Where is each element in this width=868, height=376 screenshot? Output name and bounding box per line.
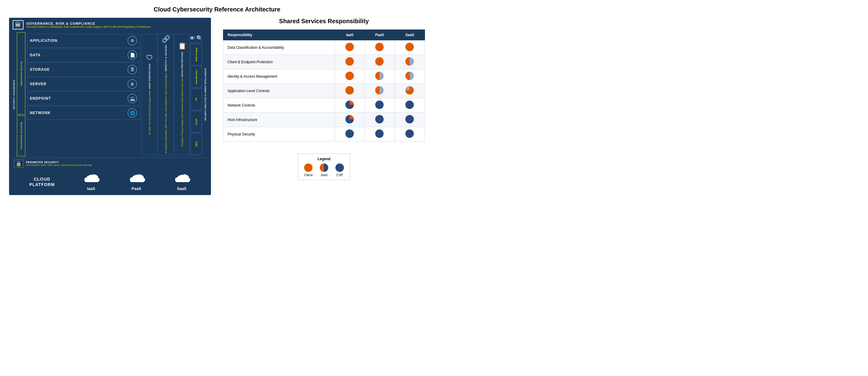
responsibility-cell: Data Classification & Accountability bbox=[223, 40, 335, 55]
paas-cell bbox=[364, 127, 395, 141]
paas-cell bbox=[364, 98, 395, 112]
soar-box: SOAR bbox=[190, 111, 202, 132]
side-labels: Application Security Vulnerability Scann… bbox=[17, 33, 25, 156]
col-responsibility: Responsibility bbox=[223, 30, 335, 40]
cloud-saas: SaaS bbox=[173, 173, 191, 191]
orange-circle bbox=[345, 86, 354, 95]
navy-circle bbox=[405, 130, 414, 138]
table-row: Data Classification & Accountability bbox=[223, 40, 425, 55]
saas-cell bbox=[395, 84, 425, 98]
legend-csp-label: CSP bbox=[336, 173, 343, 177]
joint-circle bbox=[405, 72, 414, 80]
legend-client-label: Client bbox=[304, 173, 313, 177]
table-header-row: Responsibility IaaS PaaS SaaS bbox=[223, 30, 425, 40]
legend-client: Client bbox=[304, 164, 313, 177]
governance-bar: 🏛 GOVERNANCE, RISK & COMPLIANCE Security… bbox=[10, 19, 210, 31]
cloud-iaas: IaaS bbox=[82, 173, 100, 191]
vuln-scanning-label-wrap: Vulnerability Scanning bbox=[17, 115, 25, 156]
orange-circle bbox=[345, 43, 354, 51]
layer-data: DATA 📄 bbox=[27, 48, 140, 62]
data-protection-sub: Encryption, Privacy, Integrity, Leak Pre… bbox=[181, 78, 183, 147]
iaas-cloud-icon bbox=[82, 173, 100, 185]
governance-subtitle: Security Policies & Standards, Risk Asse… bbox=[27, 25, 151, 28]
orange-circle bbox=[405, 43, 414, 51]
saas-cell bbox=[395, 69, 425, 84]
saas-cloud-icon bbox=[173, 173, 191, 185]
cloud-platform: CLOUD PLATFORM IaaS PaaS bbox=[10, 169, 210, 195]
iaas-cell bbox=[335, 55, 365, 69]
layer-network: NETWORK 🌐 bbox=[27, 106, 140, 120]
identity-access-col: 🔗 IDENTITY & ACCESS ID Lifecycle, Author… bbox=[158, 34, 174, 155]
quarter-navy-circle bbox=[405, 86, 414, 95]
responsibility-cell: Host Infrastructure bbox=[223, 112, 335, 127]
orange-circle bbox=[375, 43, 384, 51]
navy-circle bbox=[375, 101, 384, 109]
shared-services: Shared Services Responsibility Responsib… bbox=[223, 18, 425, 180]
table-row: Client & Endpoint Protection bbox=[223, 55, 425, 69]
paas-cell bbox=[364, 40, 395, 55]
paas-cell bbox=[364, 69, 395, 84]
hunt-missions-box: Hunt Missions bbox=[190, 66, 202, 88]
saas-cell bbox=[395, 40, 425, 55]
orange-circle bbox=[375, 57, 384, 66]
responsibility-cell: Identity & Access Management bbox=[223, 69, 335, 84]
legend-items: Client Joint CSP bbox=[304, 164, 344, 177]
vuln-scanning-label: Vulnerability Scanning bbox=[17, 115, 25, 156]
table-row: Network Controls bbox=[223, 98, 425, 112]
host-protection-col: 🛡 HOST PROTECTION AV, EDR, FIM, FW, HIDS… bbox=[142, 34, 157, 155]
cloud-paas: PaaS bbox=[127, 173, 146, 191]
governance-icon: 🏛 bbox=[13, 20, 24, 30]
legend-joint: Joint bbox=[320, 164, 328, 177]
perimeter-security-row: 🔒 PERIMETER SECURITY FW, IDS/IPS, NDR, V… bbox=[11, 158, 209, 169]
layer-endpoint: ENDPOINT 💻 bbox=[27, 92, 140, 105]
arch-outer: 🏛 GOVERNANCE, RISK & COMPLIANCE Security… bbox=[9, 18, 211, 195]
eye-icon: 👁 bbox=[190, 35, 195, 41]
iaas-cell bbox=[335, 84, 365, 98]
governance-title: GOVERNANCE, RISK & COMPLIANCE bbox=[27, 22, 151, 25]
navy-circle bbox=[345, 130, 354, 138]
table-row: Host Infrastructure bbox=[223, 112, 425, 127]
client-circle-icon bbox=[304, 164, 313, 172]
col-paas: PaaS bbox=[364, 30, 395, 40]
app-security-label-wrap: Application Security bbox=[17, 33, 25, 115]
shield-icon: 🛡 bbox=[146, 54, 153, 62]
network-icon: 🌐 bbox=[127, 108, 137, 118]
table-row: Identity & Access Management bbox=[223, 69, 425, 84]
quarter-orange-circle bbox=[345, 115, 354, 124]
host-protection-title: HOST PROTECTION bbox=[148, 64, 151, 89]
perimeter-text: PERIMETER SECURITY FW, IDS/IPS, NDR, VPN… bbox=[26, 161, 92, 167]
navy-circle bbox=[405, 115, 414, 124]
responsibility-cell: Application-Level Controls bbox=[223, 84, 335, 98]
perimeter-title: PERIMETER SECURITY bbox=[26, 161, 92, 164]
security-analytics-label-col: SECURITY ANALYTICS & THREAT INTELLIGENCE bbox=[203, 34, 208, 155]
identity-access-sub: ID Lifecycle, Authorization, MFA, PIM, P… bbox=[165, 73, 167, 153]
analytics-icon: 🔍 bbox=[196, 35, 203, 41]
orange-circle bbox=[345, 72, 354, 80]
security-assurance-label: SECURITY ASSURANCE bbox=[11, 33, 17, 156]
layer-storage: STORAGE 🗄 bbox=[27, 63, 140, 76]
data-icon: 📄 bbox=[127, 50, 137, 60]
layers-column: APPLICATION ⚙ DATA 📄 STORAGE 🗄 SERVER 🖥 bbox=[26, 33, 141, 156]
orange-circle bbox=[345, 57, 354, 66]
page-title: Cloud Cybersecurity Reference Architectu… bbox=[154, 6, 281, 13]
legend-title: Legend bbox=[318, 157, 331, 161]
csp-circle-icon bbox=[336, 164, 344, 172]
legend-csp: CSP bbox=[336, 164, 344, 177]
data-protection-icon: 📋 bbox=[178, 42, 186, 50]
iaas-cell bbox=[335, 127, 365, 141]
responsibility-cell: Network Controls bbox=[223, 98, 335, 112]
joint-circle bbox=[405, 57, 414, 66]
governance-text-block: GOVERNANCE, RISK & COMPLIANCE Security P… bbox=[27, 22, 151, 28]
responsibility-cell: Client & Endpoint Protection bbox=[223, 55, 335, 69]
arch-diagram: 🏛 GOVERNANCE, RISK & COMPLIANCE Security… bbox=[9, 18, 211, 195]
joint-circle bbox=[375, 86, 384, 95]
iaas-cell bbox=[335, 112, 365, 127]
cloud-platform-label: CLOUD PLATFORM bbox=[29, 176, 55, 187]
server-icon: 🖥 bbox=[127, 79, 137, 89]
endpoint-icon: 💻 bbox=[127, 94, 137, 103]
table-row: Physical Security bbox=[223, 127, 425, 141]
navy-circle bbox=[405, 101, 414, 109]
identity-access-title: IDENTITY & ACCESS bbox=[164, 45, 167, 71]
perimeter-lock-icon: 🔒 bbox=[14, 160, 24, 168]
shared-services-title: Shared Services Responsibility bbox=[223, 18, 425, 25]
